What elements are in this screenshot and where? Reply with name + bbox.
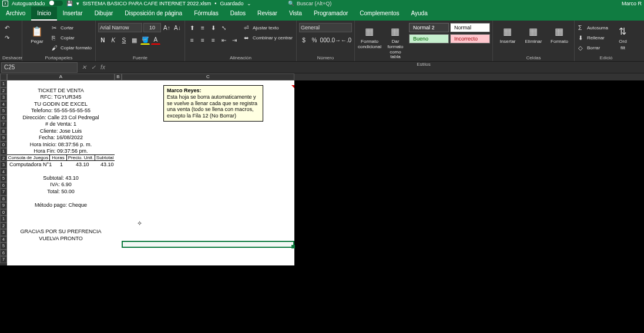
font-size-select[interactable]	[143, 23, 161, 32]
wrap-text-button[interactable]: ⏎Ajustar texto	[243, 23, 294, 32]
currency-button[interactable]: $	[299, 35, 308, 45]
select-all-corner[interactable]	[0, 73, 7, 80]
menu-insertar[interactable]: Insertar	[57, 6, 89, 21]
comment-indicator-icon[interactable]	[291, 85, 294, 88]
orientation-button[interactable]: ⤡	[219, 23, 229, 32]
align-middle-button[interactable]: ≡	[198, 23, 207, 32]
enter-formula-button[interactable]: ✓	[89, 64, 98, 70]
menu-archivo[interactable]: Archivo	[0, 6, 31, 21]
align-bottom-button[interactable]: ⬇	[209, 23, 218, 32]
format-painter-button[interactable]: 🖌Copiar formato	[51, 43, 93, 52]
row-header[interactable]: 5	[0, 243, 7, 250]
menu-inicio[interactable]: Inicio	[31, 6, 56, 21]
row-header[interactable]: 9	[0, 202, 7, 209]
fill-handle[interactable]	[291, 245, 295, 248]
row-header[interactable]: 4	[0, 236, 7, 243]
dropdown-icon[interactable]: ▾	[76, 1, 79, 6]
col-header-b[interactable]: B	[115, 73, 122, 80]
redo-button[interactable]: ↷	[2, 33, 12, 42]
menu-formulas[interactable]: Fórmulas	[188, 6, 224, 21]
row-header[interactable]: 6	[0, 115, 7, 122]
style-normal[interactable]: Normal	[450, 23, 490, 32]
name-box[interactable]	[1, 62, 78, 73]
fx-button[interactable]: fx	[99, 64, 107, 70]
fill-color-button[interactable]: 🪣	[140, 35, 150, 45]
menu-dibujar[interactable]: Dibujar	[89, 6, 119, 21]
italic-button[interactable]: K	[109, 35, 118, 45]
insert-cells-button[interactable]: ▦Insertar	[495, 23, 520, 46]
menu-vista[interactable]: Vista	[283, 6, 308, 21]
row-header[interactable]: 8	[0, 128, 7, 135]
row-header[interactable]: 1	[0, 80, 7, 88]
row-header[interactable]: 3	[0, 229, 7, 236]
conditional-format-button[interactable]: ▦ Formato condicional	[357, 23, 382, 51]
row-header[interactable]: 6	[0, 182, 7, 189]
row-header[interactable]: 5	[0, 107, 7, 115]
paste-button[interactable]: 📋 Pegar	[25, 23, 49, 46]
col-header-a[interactable]: A	[7, 73, 115, 80]
row-header[interactable]: 8	[0, 196, 7, 203]
underline-button[interactable]: S	[119, 35, 129, 45]
indent-left-button[interactable]: ⇤	[219, 35, 229, 45]
row-header[interactable]: 1	[0, 216, 7, 223]
percent-button[interactable]: %	[310, 35, 319, 45]
font-name-select[interactable]	[98, 23, 142, 32]
menu-programador[interactable]: Programador	[308, 6, 354, 21]
row-header[interactable]: 0	[0, 209, 7, 216]
row-header[interactable]: 1	[0, 148, 7, 155]
decrease-decimal-button[interactable]: ←.0	[341, 35, 351, 45]
menu-ayuda[interactable]: Ayuda	[405, 6, 434, 21]
format-cells-button[interactable]: ▦Formato	[547, 23, 572, 46]
merge-button[interactable]: ⬌Combinar y centrar	[243, 33, 294, 42]
comma-button[interactable]: 000	[320, 35, 330, 45]
col-header-c[interactable]: C	[122, 73, 294, 80]
increase-font-button[interactable]: A↑	[162, 23, 172, 32]
autosave-toggle[interactable]	[49, 1, 63, 6]
menu-datos[interactable]: Datos	[224, 6, 251, 21]
cut-button[interactable]: ✂Cortar	[51, 23, 93, 32]
style-bueno[interactable]: Bueno	[409, 34, 449, 43]
border-button[interactable]: ▦	[130, 35, 139, 45]
font-color-button[interactable]: A	[151, 35, 160, 45]
row-header[interactable]: 2	[0, 88, 7, 95]
menu-complementos[interactable]: Complementos	[354, 6, 405, 21]
row-header[interactable]: 3	[0, 94, 7, 101]
delete-cells-button[interactable]: ▦Eliminar	[521, 23, 546, 46]
menu-revisar[interactable]: Revisar	[251, 6, 283, 21]
row-header[interactable]: 7	[0, 256, 7, 263]
row-header[interactable]: 2	[0, 223, 7, 230]
align-right-button[interactable]: ≡	[209, 35, 218, 45]
user-name[interactable]: Marco R	[622, 1, 642, 6]
autosum-button[interactable]: ΣAutosuma	[577, 23, 609, 32]
chevron-down-icon[interactable]: ⌄	[247, 1, 251, 6]
cells-area[interactable]: TICKET DE VENTA RFC: TGYUR345 TU GODIN D…	[7, 80, 294, 265]
row-header[interactable]: 7	[0, 189, 7, 196]
menu-disposicion[interactable]: Disposición de página	[119, 6, 188, 21]
row-header[interactable]: 6	[0, 250, 7, 257]
cancel-formula-button[interactable]: ✕	[80, 64, 88, 70]
style-normal2[interactable]: Normal 2	[409, 23, 449, 32]
indent-right-button[interactable]: ⇥	[230, 35, 239, 45]
search-box[interactable]: 🔍 Buscar (Alt+Q)	[288, 1, 331, 6]
row-header[interactable]: 7	[0, 121, 7, 128]
undo-button[interactable]: ↶	[2, 23, 12, 32]
row-header[interactable]: 2	[0, 155, 7, 162]
row-header[interactable]: 5	[0, 175, 7, 182]
number-format-select[interactable]	[299, 23, 352, 32]
copy-button[interactable]: ⎘Copiar	[51, 33, 93, 42]
clear-button[interactable]: ◇Borrar	[577, 43, 609, 52]
decrease-font-button[interactable]: A↓	[173, 23, 182, 32]
row-header[interactable]: 3	[0, 162, 7, 169]
bold-button[interactable]: N	[98, 35, 108, 45]
format-table-button[interactable]: ▦ Dar formato como tabla	[383, 23, 408, 61]
align-left-button[interactable]: ≡	[187, 35, 197, 45]
row-header[interactable]: 0	[0, 142, 7, 149]
sort-filter-button[interactable]: ⇅Ordfilt	[611, 23, 635, 52]
row-header[interactable]: 9	[0, 134, 7, 142]
row-header[interactable]: 4	[0, 101, 7, 108]
align-center-button[interactable]: ≡	[198, 35, 207, 45]
align-top-button[interactable]: ⬆	[187, 23, 197, 32]
row-header[interactable]: 4	[0, 169, 7, 176]
save-icon[interactable]: 💾	[66, 1, 73, 6]
style-incorrecto[interactable]: Incorrecto	[450, 34, 490, 43]
